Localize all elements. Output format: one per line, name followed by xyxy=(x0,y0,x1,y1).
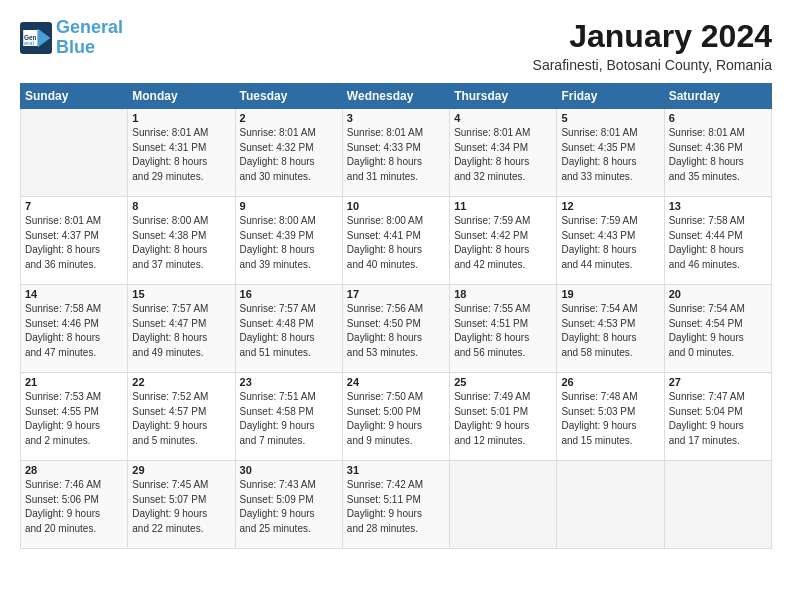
day-info: Sunrise: 7:57 AMSunset: 4:48 PMDaylight:… xyxy=(240,302,338,360)
day-number: 29 xyxy=(132,464,230,476)
day-number: 8 xyxy=(132,200,230,212)
day-number: 3 xyxy=(347,112,445,124)
day-number: 4 xyxy=(454,112,552,124)
day-info: Sunrise: 7:54 AMSunset: 4:53 PMDaylight:… xyxy=(561,302,659,360)
day-info: Sunrise: 7:46 AMSunset: 5:06 PMDaylight:… xyxy=(25,478,123,536)
day-info: Sunrise: 8:01 AMSunset: 4:36 PMDaylight:… xyxy=(669,126,767,184)
calendar-cell: 12Sunrise: 7:59 AMSunset: 4:43 PMDayligh… xyxy=(557,197,664,285)
calendar-cell: 22Sunrise: 7:52 AMSunset: 4:57 PMDayligh… xyxy=(128,373,235,461)
calendar-cell: 5Sunrise: 8:01 AMSunset: 4:35 PMDaylight… xyxy=(557,109,664,197)
day-info: Sunrise: 7:52 AMSunset: 4:57 PMDaylight:… xyxy=(132,390,230,448)
calendar-cell: 30Sunrise: 7:43 AMSunset: 5:09 PMDayligh… xyxy=(235,461,342,549)
day-info: Sunrise: 8:01 AMSunset: 4:34 PMDaylight:… xyxy=(454,126,552,184)
weekday-header-saturday: Saturday xyxy=(664,84,771,109)
weekday-header-tuesday: Tuesday xyxy=(235,84,342,109)
day-number: 13 xyxy=(669,200,767,212)
day-info: Sunrise: 7:58 AMSunset: 4:46 PMDaylight:… xyxy=(25,302,123,360)
day-number: 2 xyxy=(240,112,338,124)
svg-text:eral: eral xyxy=(24,40,34,46)
calendar-week-3: 14Sunrise: 7:58 AMSunset: 4:46 PMDayligh… xyxy=(21,285,772,373)
logo-blue: Blue xyxy=(56,37,95,57)
day-number: 15 xyxy=(132,288,230,300)
logo-icon: Gen eral xyxy=(20,22,52,54)
calendar-week-1: 1Sunrise: 8:01 AMSunset: 4:31 PMDaylight… xyxy=(21,109,772,197)
day-number: 16 xyxy=(240,288,338,300)
day-info: Sunrise: 7:43 AMSunset: 5:09 PMDaylight:… xyxy=(240,478,338,536)
header: Gen eral General Blue January 2024 Saraf… xyxy=(20,18,772,73)
calendar-cell: 11Sunrise: 7:59 AMSunset: 4:42 PMDayligh… xyxy=(450,197,557,285)
day-info: Sunrise: 8:01 AMSunset: 4:31 PMDaylight:… xyxy=(132,126,230,184)
day-info: Sunrise: 7:42 AMSunset: 5:11 PMDaylight:… xyxy=(347,478,445,536)
calendar-cell: 18Sunrise: 7:55 AMSunset: 4:51 PMDayligh… xyxy=(450,285,557,373)
day-info: Sunrise: 8:01 AMSunset: 4:37 PMDaylight:… xyxy=(25,214,123,272)
day-number: 21 xyxy=(25,376,123,388)
calendar-cell: 1Sunrise: 8:01 AMSunset: 4:31 PMDaylight… xyxy=(128,109,235,197)
day-info: Sunrise: 7:47 AMSunset: 5:04 PMDaylight:… xyxy=(669,390,767,448)
calendar-week-2: 7Sunrise: 8:01 AMSunset: 4:37 PMDaylight… xyxy=(21,197,772,285)
day-info: Sunrise: 7:57 AMSunset: 4:47 PMDaylight:… xyxy=(132,302,230,360)
weekday-header-monday: Monday xyxy=(128,84,235,109)
day-number: 11 xyxy=(454,200,552,212)
day-number: 24 xyxy=(347,376,445,388)
calendar-body: 1Sunrise: 8:01 AMSunset: 4:31 PMDaylight… xyxy=(21,109,772,549)
month-title: January 2024 xyxy=(533,18,772,55)
page: Gen eral General Blue January 2024 Saraf… xyxy=(0,0,792,612)
day-info: Sunrise: 8:00 AMSunset: 4:41 PMDaylight:… xyxy=(347,214,445,272)
weekday-header-thursday: Thursday xyxy=(450,84,557,109)
day-info: Sunrise: 7:58 AMSunset: 4:44 PMDaylight:… xyxy=(669,214,767,272)
day-number: 30 xyxy=(240,464,338,476)
calendar-cell: 9Sunrise: 8:00 AMSunset: 4:39 PMDaylight… xyxy=(235,197,342,285)
day-info: Sunrise: 7:45 AMSunset: 5:07 PMDaylight:… xyxy=(132,478,230,536)
logo-general: General xyxy=(56,17,123,37)
day-info: Sunrise: 7:59 AMSunset: 4:43 PMDaylight:… xyxy=(561,214,659,272)
calendar-cell: 23Sunrise: 7:51 AMSunset: 4:58 PMDayligh… xyxy=(235,373,342,461)
calendar-cell: 26Sunrise: 7:48 AMSunset: 5:03 PMDayligh… xyxy=(557,373,664,461)
calendar-cell xyxy=(664,461,771,549)
day-number: 31 xyxy=(347,464,445,476)
day-number: 23 xyxy=(240,376,338,388)
day-number: 18 xyxy=(454,288,552,300)
calendar-cell: 6Sunrise: 8:01 AMSunset: 4:36 PMDaylight… xyxy=(664,109,771,197)
calendar-cell: 8Sunrise: 8:00 AMSunset: 4:38 PMDaylight… xyxy=(128,197,235,285)
calendar-cell: 19Sunrise: 7:54 AMSunset: 4:53 PMDayligh… xyxy=(557,285,664,373)
calendar-header: SundayMondayTuesdayWednesdayThursdayFrid… xyxy=(21,84,772,109)
calendar-cell: 24Sunrise: 7:50 AMSunset: 5:00 PMDayligh… xyxy=(342,373,449,461)
day-info: Sunrise: 8:00 AMSunset: 4:38 PMDaylight:… xyxy=(132,214,230,272)
day-info: Sunrise: 7:48 AMSunset: 5:03 PMDaylight:… xyxy=(561,390,659,448)
day-number: 14 xyxy=(25,288,123,300)
weekday-header-row: SundayMondayTuesdayWednesdayThursdayFrid… xyxy=(21,84,772,109)
calendar-cell: 2Sunrise: 8:01 AMSunset: 4:32 PMDaylight… xyxy=(235,109,342,197)
calendar-cell xyxy=(557,461,664,549)
day-number: 9 xyxy=(240,200,338,212)
day-info: Sunrise: 8:00 AMSunset: 4:39 PMDaylight:… xyxy=(240,214,338,272)
day-number: 25 xyxy=(454,376,552,388)
day-info: Sunrise: 7:54 AMSunset: 4:54 PMDaylight:… xyxy=(669,302,767,360)
day-number: 26 xyxy=(561,376,659,388)
calendar-cell: 7Sunrise: 8:01 AMSunset: 4:37 PMDaylight… xyxy=(21,197,128,285)
day-info: Sunrise: 7:55 AMSunset: 4:51 PMDaylight:… xyxy=(454,302,552,360)
calendar-week-4: 21Sunrise: 7:53 AMSunset: 4:55 PMDayligh… xyxy=(21,373,772,461)
day-number: 19 xyxy=(561,288,659,300)
calendar-cell: 29Sunrise: 7:45 AMSunset: 5:07 PMDayligh… xyxy=(128,461,235,549)
logo-text: General Blue xyxy=(56,18,123,58)
calendar-cell: 14Sunrise: 7:58 AMSunset: 4:46 PMDayligh… xyxy=(21,285,128,373)
calendar-cell: 15Sunrise: 7:57 AMSunset: 4:47 PMDayligh… xyxy=(128,285,235,373)
day-info: Sunrise: 7:56 AMSunset: 4:50 PMDaylight:… xyxy=(347,302,445,360)
calendar-table: SundayMondayTuesdayWednesdayThursdayFrid… xyxy=(20,83,772,549)
day-info: Sunrise: 7:59 AMSunset: 4:42 PMDaylight:… xyxy=(454,214,552,272)
calendar-cell: 10Sunrise: 8:00 AMSunset: 4:41 PMDayligh… xyxy=(342,197,449,285)
day-info: Sunrise: 7:53 AMSunset: 4:55 PMDaylight:… xyxy=(25,390,123,448)
logo: Gen eral General Blue xyxy=(20,18,123,58)
calendar-cell: 3Sunrise: 8:01 AMSunset: 4:33 PMDaylight… xyxy=(342,109,449,197)
day-number: 7 xyxy=(25,200,123,212)
calendar-cell: 28Sunrise: 7:46 AMSunset: 5:06 PMDayligh… xyxy=(21,461,128,549)
calendar-cell: 4Sunrise: 8:01 AMSunset: 4:34 PMDaylight… xyxy=(450,109,557,197)
calendar-cell: 16Sunrise: 7:57 AMSunset: 4:48 PMDayligh… xyxy=(235,285,342,373)
day-info: Sunrise: 7:51 AMSunset: 4:58 PMDaylight:… xyxy=(240,390,338,448)
day-number: 17 xyxy=(347,288,445,300)
day-number: 28 xyxy=(25,464,123,476)
calendar-week-5: 28Sunrise: 7:46 AMSunset: 5:06 PMDayligh… xyxy=(21,461,772,549)
day-number: 6 xyxy=(669,112,767,124)
calendar-cell xyxy=(450,461,557,549)
title-block: January 2024 Sarafinesti, Botosani Count… xyxy=(533,18,772,73)
